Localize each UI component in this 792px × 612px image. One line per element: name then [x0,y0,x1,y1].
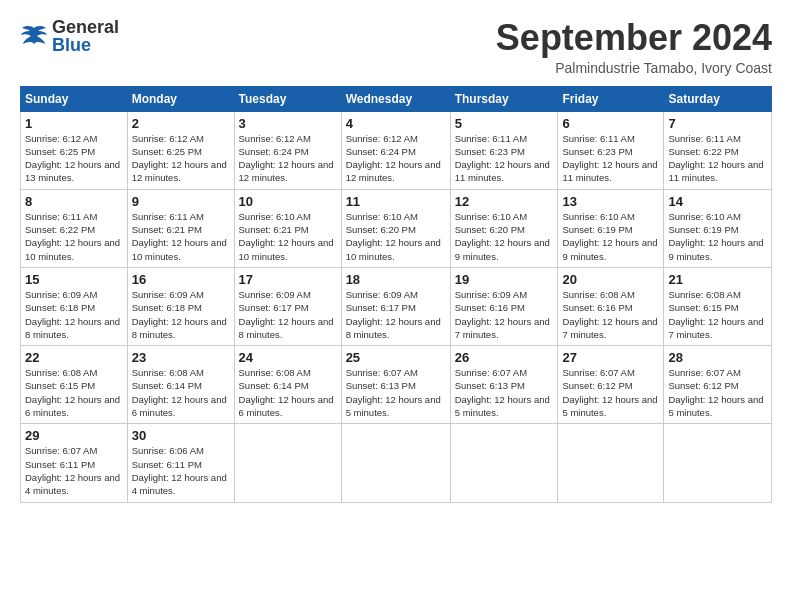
day-number: 23 [132,350,230,365]
month-title: September 2024 [496,18,772,58]
calendar-cell: 29Sunrise: 6:07 AMSunset: 6:11 PMDayligh… [21,424,128,502]
day-number: 25 [346,350,446,365]
calendar-cell [234,424,341,502]
calendar-cell: 20Sunrise: 6:08 AMSunset: 6:16 PMDayligh… [558,267,664,345]
day-number: 30 [132,428,230,443]
calendar-header-row: SundayMondayTuesdayWednesdayThursdayFrid… [21,86,772,111]
calendar-cell: 17Sunrise: 6:09 AMSunset: 6:17 PMDayligh… [234,267,341,345]
day-number: 2 [132,116,230,131]
day-number: 21 [668,272,767,287]
day-number: 28 [668,350,767,365]
day-info: Sunrise: 6:11 AMSunset: 6:22 PMDaylight:… [668,132,767,185]
day-number: 18 [346,272,446,287]
calendar-cell: 1Sunrise: 6:12 AMSunset: 6:25 PMDaylight… [21,111,128,189]
day-info: Sunrise: 6:07 AMSunset: 6:13 PMDaylight:… [455,366,554,419]
day-info: Sunrise: 6:09 AMSunset: 6:17 PMDaylight:… [239,288,337,341]
day-info: Sunrise: 6:08 AMSunset: 6:14 PMDaylight:… [239,366,337,419]
day-number: 8 [25,194,123,209]
day-number: 15 [25,272,123,287]
calendar-cell: 11Sunrise: 6:10 AMSunset: 6:20 PMDayligh… [341,189,450,267]
calendar-cell: 3Sunrise: 6:12 AMSunset: 6:24 PMDaylight… [234,111,341,189]
day-info: Sunrise: 6:12 AMSunset: 6:25 PMDaylight:… [132,132,230,185]
logo: General Blue [20,18,119,54]
calendar-week-row: 29Sunrise: 6:07 AMSunset: 6:11 PMDayligh… [21,424,772,502]
calendar-cell: 14Sunrise: 6:10 AMSunset: 6:19 PMDayligh… [664,189,772,267]
calendar-cell: 25Sunrise: 6:07 AMSunset: 6:13 PMDayligh… [341,346,450,424]
day-number: 3 [239,116,337,131]
day-number: 7 [668,116,767,131]
page: General Blue September 2024 Palmindustri… [0,0,792,612]
calendar-cell: 9Sunrise: 6:11 AMSunset: 6:21 PMDaylight… [127,189,234,267]
calendar-cell: 5Sunrise: 6:11 AMSunset: 6:23 PMDaylight… [450,111,558,189]
day-info: Sunrise: 6:12 AMSunset: 6:24 PMDaylight:… [239,132,337,185]
day-info: Sunrise: 6:11 AMSunset: 6:23 PMDaylight:… [562,132,659,185]
day-info: Sunrise: 6:07 AMSunset: 6:11 PMDaylight:… [25,444,123,497]
calendar-cell: 21Sunrise: 6:08 AMSunset: 6:15 PMDayligh… [664,267,772,345]
day-info: Sunrise: 6:09 AMSunset: 6:18 PMDaylight:… [132,288,230,341]
calendar-cell [664,424,772,502]
location: Palmindustrie Tamabo, Ivory Coast [496,60,772,76]
day-info: Sunrise: 6:10 AMSunset: 6:19 PMDaylight:… [562,210,659,263]
day-number: 9 [132,194,230,209]
day-number: 1 [25,116,123,131]
calendar-header-monday: Monday [127,86,234,111]
logo-general-text: General [52,18,119,36]
calendar-header-saturday: Saturday [664,86,772,111]
day-info: Sunrise: 6:12 AMSunset: 6:25 PMDaylight:… [25,132,123,185]
day-number: 17 [239,272,337,287]
day-number: 22 [25,350,123,365]
calendar-header-friday: Friday [558,86,664,111]
calendar-cell [450,424,558,502]
day-number: 4 [346,116,446,131]
day-info: Sunrise: 6:09 AMSunset: 6:18 PMDaylight:… [25,288,123,341]
calendar-cell: 8Sunrise: 6:11 AMSunset: 6:22 PMDaylight… [21,189,128,267]
calendar-cell: 19Sunrise: 6:09 AMSunset: 6:16 PMDayligh… [450,267,558,345]
day-info: Sunrise: 6:10 AMSunset: 6:19 PMDaylight:… [668,210,767,263]
day-info: Sunrise: 6:07 AMSunset: 6:12 PMDaylight:… [668,366,767,419]
calendar-week-row: 8Sunrise: 6:11 AMSunset: 6:22 PMDaylight… [21,189,772,267]
day-info: Sunrise: 6:08 AMSunset: 6:14 PMDaylight:… [132,366,230,419]
calendar-cell [341,424,450,502]
day-info: Sunrise: 6:11 AMSunset: 6:21 PMDaylight:… [132,210,230,263]
calendar-cell: 24Sunrise: 6:08 AMSunset: 6:14 PMDayligh… [234,346,341,424]
day-number: 10 [239,194,337,209]
calendar-cell: 6Sunrise: 6:11 AMSunset: 6:23 PMDaylight… [558,111,664,189]
title-block: September 2024 Palmindustrie Tamabo, Ivo… [496,18,772,76]
calendar-header-sunday: Sunday [21,86,128,111]
day-info: Sunrise: 6:10 AMSunset: 6:20 PMDaylight:… [455,210,554,263]
calendar-cell: 2Sunrise: 6:12 AMSunset: 6:25 PMDaylight… [127,111,234,189]
calendar-cell: 4Sunrise: 6:12 AMSunset: 6:24 PMDaylight… [341,111,450,189]
calendar-header-wednesday: Wednesday [341,86,450,111]
calendar-cell: 26Sunrise: 6:07 AMSunset: 6:13 PMDayligh… [450,346,558,424]
day-number: 20 [562,272,659,287]
calendar-week-row: 15Sunrise: 6:09 AMSunset: 6:18 PMDayligh… [21,267,772,345]
calendar-header-tuesday: Tuesday [234,86,341,111]
day-info: Sunrise: 6:11 AMSunset: 6:22 PMDaylight:… [25,210,123,263]
calendar-cell: 16Sunrise: 6:09 AMSunset: 6:18 PMDayligh… [127,267,234,345]
day-number: 12 [455,194,554,209]
calendar-cell: 22Sunrise: 6:08 AMSunset: 6:15 PMDayligh… [21,346,128,424]
day-info: Sunrise: 6:08 AMSunset: 6:15 PMDaylight:… [25,366,123,419]
day-number: 13 [562,194,659,209]
calendar-cell: 28Sunrise: 6:07 AMSunset: 6:12 PMDayligh… [664,346,772,424]
day-info: Sunrise: 6:07 AMSunset: 6:13 PMDaylight:… [346,366,446,419]
calendar-cell: 13Sunrise: 6:10 AMSunset: 6:19 PMDayligh… [558,189,664,267]
calendar-week-row: 1Sunrise: 6:12 AMSunset: 6:25 PMDaylight… [21,111,772,189]
day-number: 24 [239,350,337,365]
calendar-cell: 10Sunrise: 6:10 AMSunset: 6:21 PMDayligh… [234,189,341,267]
calendar-cell: 15Sunrise: 6:09 AMSunset: 6:18 PMDayligh… [21,267,128,345]
day-number: 19 [455,272,554,287]
calendar-cell: 30Sunrise: 6:06 AMSunset: 6:11 PMDayligh… [127,424,234,502]
day-number: 27 [562,350,659,365]
day-info: Sunrise: 6:09 AMSunset: 6:16 PMDaylight:… [455,288,554,341]
calendar-week-row: 22Sunrise: 6:08 AMSunset: 6:15 PMDayligh… [21,346,772,424]
day-number: 5 [455,116,554,131]
day-info: Sunrise: 6:07 AMSunset: 6:12 PMDaylight:… [562,366,659,419]
calendar-cell: 23Sunrise: 6:08 AMSunset: 6:14 PMDayligh… [127,346,234,424]
day-number: 26 [455,350,554,365]
calendar-cell: 18Sunrise: 6:09 AMSunset: 6:17 PMDayligh… [341,267,450,345]
day-number: 29 [25,428,123,443]
day-info: Sunrise: 6:09 AMSunset: 6:17 PMDaylight:… [346,288,446,341]
day-info: Sunrise: 6:12 AMSunset: 6:24 PMDaylight:… [346,132,446,185]
day-info: Sunrise: 6:11 AMSunset: 6:23 PMDaylight:… [455,132,554,185]
